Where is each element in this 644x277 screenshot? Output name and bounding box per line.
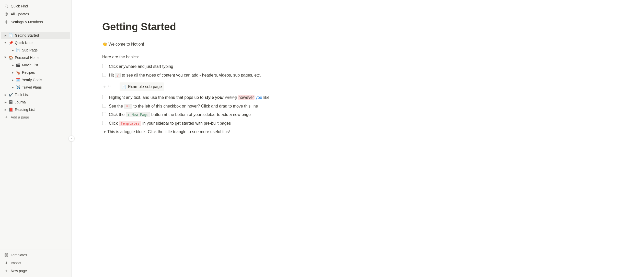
page-icon-reading-list: 📕: [8, 107, 13, 112]
sidebar-item-task-list[interactable]: ▶ ✔️ Task List: [1, 91, 70, 98]
content-body: 👋 Welcome to Notion! Here are the basics…: [102, 41, 332, 135]
page-icon-sub-page: 📄: [15, 48, 20, 53]
italic-demo: your: [215, 95, 224, 100]
check-text-2: Hit / to see all the types of content yo…: [109, 72, 332, 79]
add-page-button[interactable]: + Add a page: [1, 113, 70, 121]
toggle-arrow-travel-plans[interactable]: ▶: [10, 85, 15, 90]
sidebar-item-settings[interactable]: Settings & Members: [1, 18, 70, 26]
check-item-2: Hit / to see all the types of content yo…: [102, 72, 332, 79]
highlight-demo: however: [238, 95, 254, 100]
subpage-row: + ⠿⠿ 📄 Example sub page: [102, 80, 332, 93]
svg-rect-6: [5, 255, 6, 257]
page-icon-getting-started: 📄: [8, 33, 13, 38]
new-page-code: + New Page: [126, 112, 150, 117]
toggle-text: This is a toggle block. Click the little…: [107, 129, 230, 135]
sidebar-item-personal-home[interactable]: ▶ 🏠 Personal Home: [1, 54, 70, 61]
page-icon-quick-note: 📌: [8, 40, 13, 45]
sidebar-item-yearly-goals[interactable]: ▶ 🗓️ Yearly Goals: [8, 76, 70, 83]
checkbox-1[interactable]: [102, 64, 106, 68]
sidebar-item-quick-find[interactable]: Quick Find: [1, 2, 70, 10]
check-item-4: See the ⠿⠿ to the left of this checkbox …: [102, 103, 332, 110]
gear-icon: [4, 20, 9, 24]
templates-icon: [4, 253, 9, 257]
check-item-6: Click Templates in your sidebar to get s…: [102, 120, 332, 127]
check-item-1: Click anywhere and just start typing: [102, 63, 332, 70]
sidebar-item-movie-list[interactable]: ▶ 🎬 Movie List: [8, 61, 70, 69]
bold-demo: style: [204, 95, 214, 100]
svg-rect-4: [5, 253, 6, 255]
search-icon: [4, 4, 9, 8]
page-icon-task-list: ✔️: [8, 92, 13, 97]
plus-handle[interactable]: +: [102, 84, 107, 89]
check-item-3: Highlight any text, and use the menu tha…: [102, 94, 332, 101]
sidebar-item-recipes[interactable]: ▶ 🍗 Recipes: [8, 69, 70, 76]
toggle-block: ▶ This is a toggle block. Click the litt…: [102, 129, 332, 135]
import-icon: ⬇: [4, 261, 9, 265]
page-icon-personal-home: 🏠: [8, 55, 13, 60]
plus-icon-add-page: +: [4, 115, 9, 120]
svg-rect-7: [7, 255, 8, 257]
sidebar-item-all-updates[interactable]: All Updates: [1, 10, 70, 18]
toggle-arrow-recipes[interactable]: ▶: [10, 70, 15, 75]
toggle-arrow-reading-list[interactable]: ▶: [3, 107, 8, 112]
toggle-arrow-sub-page[interactable]: ▶: [10, 48, 15, 53]
check-text-3: Highlight any text, and use the menu tha…: [109, 94, 332, 101]
check-text-6: Click Templates in your sidebar to get s…: [109, 120, 332, 127]
toggle-triangle[interactable]: ▶: [102, 129, 107, 134]
sidebar-item-sub-page[interactable]: ▶ 📄 Sub Page: [8, 47, 70, 54]
new-page-icon: +: [4, 269, 9, 273]
page-icon-movie-list: 🎬: [15, 62, 20, 68]
checkbox-2[interactable]: [102, 73, 106, 77]
toggle-arrow-personal-home[interactable]: ▶: [3, 55, 8, 60]
page-icon-travel-plans: ✈️: [15, 85, 20, 90]
subpage-page-icon: 📄: [122, 84, 126, 90]
subpage-link[interactable]: 📄 Example sub page: [120, 82, 164, 91]
sidebar-item-new-page[interactable]: + New page: [1, 267, 70, 275]
clock-icon: [4, 12, 9, 16]
checkbox-5[interactable]: [102, 112, 106, 116]
check-text-1: Click anywhere and just start typing: [109, 63, 332, 70]
sidebar-item-quick-note[interactable]: ▶ 📌 Quick Note: [1, 39, 70, 46]
nav-tree: ▶ 📄 Getting Started ▶ 📌 Quick Note ▶ 📄 S…: [0, 31, 71, 121]
main-content: Getting Started 👋 Welcome to Notion! Her…: [72, 0, 644, 277]
sidebar-item-import[interactable]: ⬇ Import: [1, 259, 70, 267]
sidebar-collapse-button[interactable]: ›: [68, 135, 75, 142]
checkbox-3[interactable]: [102, 95, 106, 99]
svg-point-3: [6, 22, 7, 23]
page-title: Getting Started: [102, 20, 613, 33]
subpage-title: Example sub page: [128, 83, 162, 90]
basics-heading: Here are the basics:: [102, 54, 332, 60]
strikethrough-demo: writing: [225, 95, 237, 100]
toggle-arrow-getting-started[interactable]: ▶: [3, 33, 8, 38]
sidebar-item-templates[interactable]: Templates: [1, 251, 70, 259]
welcome-text: 👋 Welcome to Notion!: [102, 41, 332, 48]
sidebar-bottom: Templates ⬇ Import + New page: [0, 250, 71, 277]
check-text-5: Click the + New Page button at the botto…: [109, 111, 332, 118]
sidebar: Quick Find All Updates Settings & Member…: [0, 0, 72, 277]
page-icon-yearly-goals: 🗓️: [15, 77, 20, 82]
page-icon-recipes: 🍗: [15, 70, 20, 75]
toggle-arrow-journal[interactable]: ▶: [3, 100, 8, 105]
check-text-4: See the ⠿⠿ to the left of this checkbox …: [109, 103, 332, 110]
drag-handle-code: ⠿⠿: [124, 104, 132, 109]
sidebar-top-nav: Quick Find All Updates Settings & Member…: [0, 0, 71, 28]
templates-code: Templates: [119, 121, 141, 126]
sidebar-item-travel-plans[interactable]: ▶ ✈️ Travel Plans: [8, 84, 70, 91]
sidebar-item-getting-started[interactable]: ▶ 📄 Getting Started: [1, 32, 70, 39]
toggle-arrow-task-list[interactable]: ▶: [3, 92, 8, 97]
color-demo: you: [256, 95, 262, 100]
toggle-arrow-yearly-goals[interactable]: ▶: [10, 77, 15, 82]
sidebar-divider-1: [0, 30, 71, 30]
checkbox-4[interactable]: [102, 104, 106, 108]
svg-line-1: [7, 7, 8, 8]
check-item-5: Click the + New Page button at the botto…: [102, 111, 332, 118]
sidebar-item-reading-list[interactable]: ▶ 📕 Reading List: [1, 106, 70, 113]
checkbox-6[interactable]: [102, 121, 106, 125]
slash-code: /: [115, 73, 121, 78]
toggle-arrow-movie-list[interactable]: ▶: [10, 62, 15, 68]
toggle-arrow-quick-note[interactable]: ▶: [3, 40, 8, 45]
drag-handle[interactable]: ⠿⠿: [107, 84, 112, 89]
sidebar-item-journal[interactable]: ▶ 📓 Journal: [1, 99, 70, 106]
svg-rect-5: [7, 253, 8, 255]
page-icon-journal: 📓: [8, 100, 13, 105]
